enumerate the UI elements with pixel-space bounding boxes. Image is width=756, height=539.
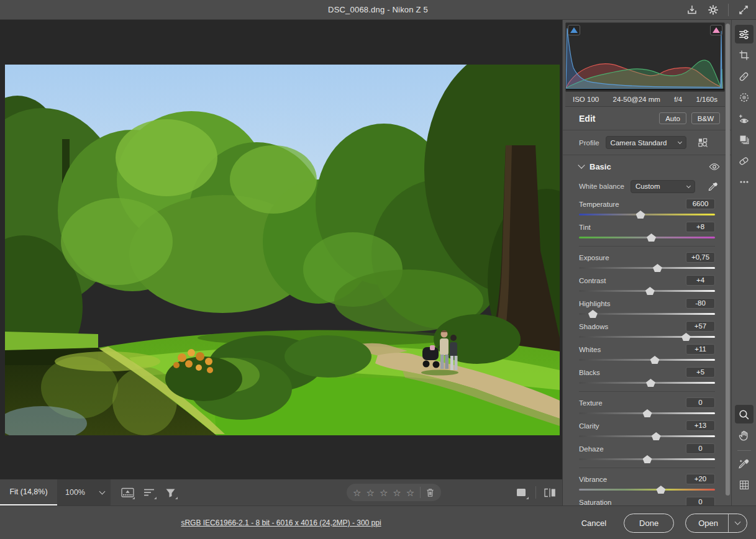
slider-track-temperature[interactable] xyxy=(579,211,715,219)
exif-bar: ISO 100 24-50@24 mm f/4 1/160s xyxy=(565,92,725,107)
slider-value-clarity[interactable]: +13 xyxy=(686,420,715,431)
slider-track-whites[interactable] xyxy=(579,356,715,364)
slider-value-tint[interactable]: +8 xyxy=(686,222,715,232)
white-balance-dropdown[interactable]: Custom xyxy=(631,180,695,193)
slider-label-tint: Tint xyxy=(579,224,591,231)
fit-zoom-tab[interactable]: Fit (14,8%) xyxy=(0,479,57,505)
slider-track-shadows[interactable] xyxy=(579,333,715,341)
open-options-button[interactable] xyxy=(728,514,747,532)
crop-tool[interactable] xyxy=(735,46,754,65)
single-view-icon[interactable] xyxy=(513,484,529,500)
star-icon[interactable]: ☆ xyxy=(393,488,401,497)
slider-thumb-tint[interactable] xyxy=(647,233,656,242)
titlebar-divider xyxy=(728,4,729,16)
filter-icon[interactable] xyxy=(162,484,178,500)
slider-value-vibrance[interactable]: +20 xyxy=(686,474,715,484)
star-rating: ☆☆☆☆☆ xyxy=(353,488,414,497)
fit-zoom-label: Fit (14,8%) xyxy=(9,487,47,496)
slider-track-vibrance[interactable] xyxy=(579,486,715,494)
done-button[interactable]: Done xyxy=(624,514,674,533)
bw-button[interactable]: B&W xyxy=(691,112,720,124)
cancel-button[interactable]: Cancel xyxy=(575,515,613,532)
trash-icon[interactable] xyxy=(426,486,435,499)
slider-value-blacks[interactable]: +5 xyxy=(686,367,715,378)
edit-tool[interactable] xyxy=(735,25,754,43)
open-button[interactable]: Open xyxy=(686,514,728,532)
chevron-down-icon xyxy=(686,183,691,188)
slider-thumb-dehaze[interactable] xyxy=(643,455,652,463)
slider-thumb-shadows[interactable] xyxy=(681,333,691,341)
slider-track-texture[interactable] xyxy=(579,409,715,417)
slider-thumb-contrast[interactable] xyxy=(645,287,655,295)
hand-tool[interactable] xyxy=(735,426,754,445)
image-canvas[interactable] xyxy=(0,20,562,479)
slider-track-contrast[interactable] xyxy=(579,287,715,295)
sort-order-icon[interactable] xyxy=(141,484,157,500)
slider-value-temperature[interactable]: 6600 xyxy=(686,199,715,209)
slider-track-dehaze[interactable] xyxy=(579,455,715,463)
slider-label-highlights: Highlights xyxy=(579,300,611,307)
output-settings-link[interactable]: sRGB IEC61966-2.1 - 8 bit - 6016 x 4016 … xyxy=(181,519,381,527)
star-icon[interactable]: ☆ xyxy=(366,488,374,497)
slider-value-exposure[interactable]: +0,75 xyxy=(686,252,715,263)
masking-tool[interactable] xyxy=(735,88,754,107)
red-eye-tool[interactable] xyxy=(735,109,754,128)
panel-scrollbar[interactable] xyxy=(726,24,730,496)
star-icon[interactable]: ☆ xyxy=(353,488,361,497)
shadow-clipping-toggle[interactable] xyxy=(568,25,580,35)
auto-button[interactable]: Auto xyxy=(659,112,686,124)
highlight-clip-triangle-icon xyxy=(713,27,720,33)
export-icon[interactable] xyxy=(686,4,698,16)
chevron-down-icon xyxy=(578,161,585,168)
slider-label-shadows: Shadows xyxy=(579,323,608,330)
slider-value-dehaze[interactable]: 0 xyxy=(686,443,715,454)
slider-thumb-temperature[interactable] xyxy=(636,211,645,219)
zoom-100-tab[interactable]: 100% xyxy=(57,479,93,505)
color-sampler-tool[interactable] xyxy=(735,455,754,473)
slider-value-saturation[interactable]: 0 xyxy=(686,497,715,505)
slider-gradient-whites xyxy=(579,359,715,361)
presets-tool[interactable] xyxy=(735,130,754,149)
slider-track-tint[interactable] xyxy=(579,233,715,242)
white-balance-eyedropper-icon[interactable] xyxy=(708,181,718,192)
slider-thumb-texture[interactable] xyxy=(643,409,652,417)
star-icon[interactable]: ☆ xyxy=(406,488,414,497)
slider-track-exposure[interactable] xyxy=(579,264,715,272)
bandaid-icon xyxy=(738,71,750,83)
histogram[interactable] xyxy=(565,22,725,92)
highlight-clipping-toggle[interactable] xyxy=(710,25,722,35)
slider-value-whites[interactable]: +11 xyxy=(686,344,715,355)
eye-icon[interactable] xyxy=(709,163,720,171)
slider-track-clarity[interactable] xyxy=(579,432,715,440)
hand-icon xyxy=(738,430,750,442)
slider-value-texture[interactable]: 0 xyxy=(686,397,715,408)
slider-track-highlights[interactable] xyxy=(579,310,715,318)
more-tools[interactable] xyxy=(735,173,754,191)
healing-tool[interactable] xyxy=(735,67,754,86)
grid-overlay-toggle[interactable] xyxy=(735,476,754,494)
chevron-down-icon xyxy=(678,140,682,144)
zoom-tool[interactable] xyxy=(735,405,754,424)
slider-label-contrast: Contrast xyxy=(579,277,606,284)
slider-thumb-clarity[interactable] xyxy=(652,432,661,440)
slider-thumb-exposure[interactable] xyxy=(653,264,662,272)
slider-thumb-blacks[interactable] xyxy=(646,379,655,387)
star-icon[interactable]: ☆ xyxy=(380,488,388,497)
slider-thumb-whites[interactable] xyxy=(650,356,660,364)
gear-icon[interactable] xyxy=(707,4,719,16)
profile-dropdown[interactable]: Camera Standard xyxy=(606,136,686,149)
slider-thumb-vibrance[interactable] xyxy=(656,486,665,494)
before-after-icon[interactable] xyxy=(542,484,558,500)
profile-browser-icon[interactable] xyxy=(698,137,708,148)
filmstrip-toggle-icon[interactable] xyxy=(119,484,135,500)
snapshots-tool[interactable] xyxy=(735,152,754,170)
photo-preview[interactable] xyxy=(5,65,560,435)
slider-value-contrast[interactable]: +4 xyxy=(686,275,715,286)
basic-section-header[interactable]: Basic xyxy=(563,155,731,178)
fullscreen-icon[interactable] xyxy=(737,4,750,16)
slider-value-shadows[interactable]: +57 xyxy=(686,321,715,332)
slider-value-highlights[interactable]: -80 xyxy=(686,298,715,309)
zoom-menu-button[interactable] xyxy=(93,479,111,505)
slider-thumb-highlights[interactable] xyxy=(588,310,598,318)
slider-track-blacks[interactable] xyxy=(579,379,715,387)
